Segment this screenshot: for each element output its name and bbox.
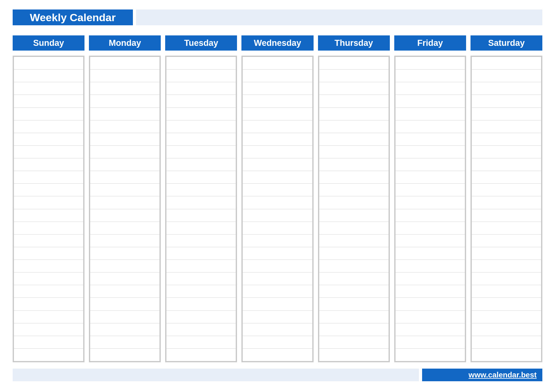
calendar-slot[interactable] <box>90 273 159 285</box>
calendar-slot[interactable] <box>319 171 389 184</box>
calendar-slot[interactable] <box>14 285 83 298</box>
calendar-slot[interactable] <box>396 196 465 209</box>
calendar-slot[interactable] <box>243 336 312 349</box>
calendar-slot[interactable] <box>396 349 465 361</box>
calendar-slot[interactable] <box>319 196 389 209</box>
calendar-slot[interactable] <box>243 120 312 133</box>
calendar-slot[interactable] <box>90 235 159 247</box>
calendar-slot[interactable] <box>90 336 159 349</box>
calendar-slot[interactable] <box>472 146 541 158</box>
calendar-slot[interactable] <box>166 336 236 349</box>
calendar-slot[interactable] <box>472 184 541 196</box>
calendar-slot[interactable] <box>14 323 83 336</box>
calendar-slot[interactable] <box>243 209 312 222</box>
calendar-slot[interactable] <box>243 184 312 196</box>
calendar-slot[interactable] <box>396 260 465 273</box>
calendar-slot[interactable] <box>166 323 236 336</box>
calendar-slot[interactable] <box>243 158 312 171</box>
calendar-slot[interactable] <box>90 133 159 146</box>
calendar-slot[interactable] <box>319 323 389 336</box>
calendar-slot[interactable] <box>14 247 83 260</box>
calendar-slot[interactable] <box>243 285 312 298</box>
footer-link[interactable]: www.calendar.best <box>422 369 542 381</box>
calendar-slot[interactable] <box>90 70 159 82</box>
calendar-slot[interactable] <box>90 323 159 336</box>
calendar-slot[interactable] <box>319 349 389 361</box>
calendar-slot[interactable] <box>166 57 236 70</box>
calendar-slot[interactable] <box>14 235 83 247</box>
calendar-slot[interactable] <box>396 95 465 107</box>
calendar-slot[interactable] <box>472 70 541 82</box>
calendar-slot[interactable] <box>166 146 236 158</box>
calendar-slot[interactable] <box>243 311 312 323</box>
calendar-slot[interactable] <box>396 247 465 260</box>
calendar-slot[interactable] <box>319 82 389 95</box>
calendar-slot[interactable] <box>472 323 541 336</box>
calendar-slot[interactable] <box>472 311 541 323</box>
calendar-slot[interactable] <box>90 260 159 273</box>
calendar-slot[interactable] <box>90 285 159 298</box>
calendar-slot[interactable] <box>14 70 83 82</box>
calendar-slot[interactable] <box>14 158 83 171</box>
calendar-slot[interactable] <box>396 336 465 349</box>
calendar-slot[interactable] <box>14 108 83 120</box>
calendar-slot[interactable] <box>14 82 83 95</box>
calendar-slot[interactable] <box>319 95 389 107</box>
calendar-slot[interactable] <box>472 298 541 310</box>
calendar-slot[interactable] <box>396 70 465 82</box>
calendar-slot[interactable] <box>166 260 236 273</box>
calendar-slot[interactable] <box>166 184 236 196</box>
calendar-slot[interactable] <box>90 82 159 95</box>
calendar-slot[interactable] <box>396 184 465 196</box>
calendar-slot[interactable] <box>319 260 389 273</box>
calendar-slot[interactable] <box>243 82 312 95</box>
calendar-slot[interactable] <box>472 349 541 361</box>
calendar-slot[interactable] <box>166 158 236 171</box>
calendar-slot[interactable] <box>319 120 389 133</box>
calendar-slot[interactable] <box>396 133 465 146</box>
calendar-slot[interactable] <box>90 209 159 222</box>
calendar-slot[interactable] <box>243 196 312 209</box>
calendar-slot[interactable] <box>14 298 83 310</box>
calendar-slot[interactable] <box>166 222 236 235</box>
calendar-slot[interactable] <box>166 171 236 184</box>
calendar-slot[interactable] <box>472 196 541 209</box>
calendar-slot[interactable] <box>396 82 465 95</box>
calendar-slot[interactable] <box>243 57 312 70</box>
calendar-slot[interactable] <box>90 57 159 70</box>
calendar-slot[interactable] <box>319 247 389 260</box>
calendar-slot[interactable] <box>14 196 83 209</box>
calendar-slot[interactable] <box>14 95 83 107</box>
calendar-slot[interactable] <box>472 57 541 70</box>
calendar-slot[interactable] <box>472 171 541 184</box>
calendar-slot[interactable] <box>396 209 465 222</box>
calendar-slot[interactable] <box>166 209 236 222</box>
calendar-slot[interactable] <box>396 120 465 133</box>
calendar-slot[interactable] <box>243 146 312 158</box>
calendar-slot[interactable] <box>243 108 312 120</box>
calendar-slot[interactable] <box>319 57 389 70</box>
calendar-slot[interactable] <box>472 260 541 273</box>
calendar-slot[interactable] <box>396 323 465 336</box>
calendar-slot[interactable] <box>396 158 465 171</box>
calendar-slot[interactable] <box>396 285 465 298</box>
calendar-slot[interactable] <box>90 222 159 235</box>
calendar-slot[interactable] <box>396 273 465 285</box>
calendar-slot[interactable] <box>14 171 83 184</box>
calendar-slot[interactable] <box>14 336 83 349</box>
calendar-slot[interactable] <box>14 133 83 146</box>
calendar-slot[interactable] <box>472 247 541 260</box>
calendar-slot[interactable] <box>90 247 159 260</box>
calendar-slot[interactable] <box>14 120 83 133</box>
calendar-slot[interactable] <box>14 209 83 222</box>
calendar-slot[interactable] <box>166 120 236 133</box>
calendar-slot[interactable] <box>14 311 83 323</box>
calendar-slot[interactable] <box>472 222 541 235</box>
calendar-slot[interactable] <box>319 158 389 171</box>
calendar-slot[interactable] <box>243 247 312 260</box>
calendar-slot[interactable] <box>166 196 236 209</box>
calendar-slot[interactable] <box>90 108 159 120</box>
calendar-slot[interactable] <box>319 285 389 298</box>
calendar-slot[interactable] <box>90 184 159 196</box>
calendar-slot[interactable] <box>472 209 541 222</box>
